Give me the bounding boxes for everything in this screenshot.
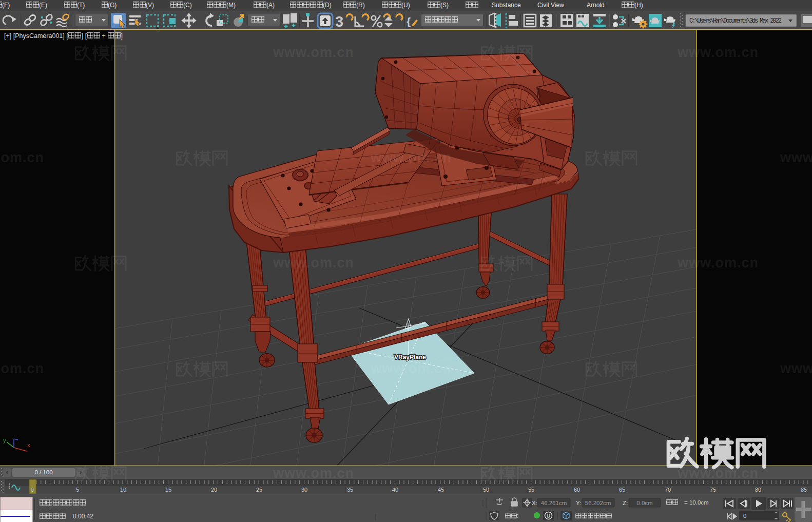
svg-text:y: y bbox=[3, 437, 6, 443]
svg-text:x: x bbox=[27, 442, 30, 448]
svg-text:46.261cm: 46.261cm bbox=[541, 500, 567, 506]
svg-text:C:\Users\Han\Documents\3ds Max: C:\Users\Han\Documents\3ds Max 2022 bbox=[689, 17, 782, 25]
svg-text:56.202cm: 56.202cm bbox=[585, 500, 611, 506]
svg-text:0: 0 bbox=[547, 513, 550, 519]
svg-text:Z:: Z: bbox=[623, 500, 628, 506]
svg-text:0: 0 bbox=[743, 513, 746, 519]
svg-text:VRayPlane: VRayPlane bbox=[394, 354, 426, 361]
svg-text:Y:: Y: bbox=[576, 500, 581, 506]
svg-text:= 10.0cm: = 10.0cm bbox=[684, 499, 709, 506]
svg-text:X:: X: bbox=[532, 500, 537, 506]
svg-text:0.0cm: 0.0cm bbox=[636, 500, 652, 506]
